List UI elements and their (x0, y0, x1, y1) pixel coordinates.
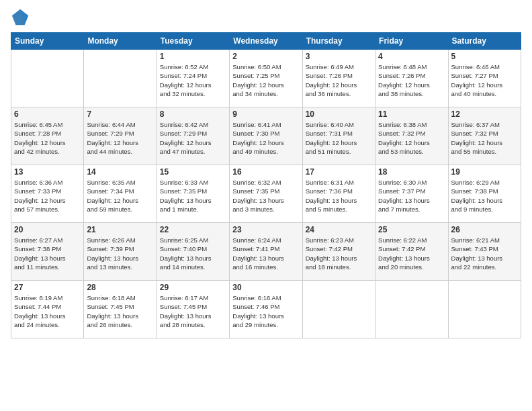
week-row-1: 1Sunrise: 6:52 AM Sunset: 7:24 PM Daylig… (11, 50, 521, 107)
day-info: Sunrise: 6:50 AM Sunset: 7:25 PM Dayligh… (232, 62, 299, 98)
day-number: 8 (160, 109, 226, 119)
day-number: 13 (14, 167, 81, 177)
weekday-header-saturday: Saturday (448, 33, 521, 50)
day-cell: 8Sunrise: 6:42 AM Sunset: 7:29 PM Daylig… (157, 107, 229, 165)
day-number: 22 (160, 225, 226, 234)
day-number: 20 (14, 225, 81, 234)
day-number: 4 (378, 52, 445, 61)
day-number: 28 (87, 283, 153, 292)
day-cell: 6Sunrise: 6:45 AM Sunset: 7:28 PM Daylig… (11, 107, 84, 165)
day-info: Sunrise: 6:26 AM Sunset: 7:39 PM Dayligh… (87, 236, 153, 271)
day-cell: 4Sunrise: 6:48 AM Sunset: 7:26 PM Daylig… (375, 50, 448, 107)
day-number: 17 (306, 167, 372, 177)
day-cell: 24Sunrise: 6:23 AM Sunset: 7:42 PM Dayli… (302, 223, 375, 281)
day-info: Sunrise: 6:52 AM Sunset: 7:24 PM Dayligh… (160, 62, 226, 98)
day-info: Sunrise: 6:21 AM Sunset: 7:43 PM Dayligh… (451, 236, 518, 271)
day-number: 19 (451, 167, 518, 177)
day-cell: 26Sunrise: 6:21 AM Sunset: 7:43 PM Dayli… (448, 223, 521, 281)
day-cell: 25Sunrise: 6:22 AM Sunset: 7:42 PM Dayli… (375, 223, 448, 281)
day-number: 11 (378, 109, 445, 119)
logo-icon (11, 8, 30, 27)
calendar-table: SundayMondayTuesdayWednesdayThursdayFrid… (11, 32, 521, 338)
day-number: 30 (232, 283, 299, 292)
day-number: 29 (160, 283, 226, 292)
day-info: Sunrise: 6:40 AM Sunset: 7:31 PM Dayligh… (306, 120, 372, 156)
day-info: Sunrise: 6:22 AM Sunset: 7:42 PM Dayligh… (378, 236, 445, 271)
weekday-header-monday: Monday (84, 33, 157, 50)
day-info: Sunrise: 6:29 AM Sunset: 7:38 PM Dayligh… (451, 178, 518, 214)
day-cell: 28Sunrise: 6:18 AM Sunset: 7:45 PM Dayli… (84, 281, 157, 338)
day-cell: 11Sunrise: 6:38 AM Sunset: 7:32 PM Dayli… (375, 107, 448, 165)
day-number: 24 (306, 225, 372, 234)
day-cell: 13Sunrise: 6:36 AM Sunset: 7:33 PM Dayli… (11, 165, 84, 223)
day-number: 5 (451, 52, 518, 61)
day-cell: 29Sunrise: 6:17 AM Sunset: 7:45 PM Dayli… (157, 281, 229, 338)
day-cell: 15Sunrise: 6:33 AM Sunset: 7:35 PM Dayli… (157, 165, 229, 223)
day-info: Sunrise: 6:45 AM Sunset: 7:28 PM Dayligh… (14, 120, 81, 156)
day-number: 1 (160, 52, 226, 61)
weekday-header-thursday: Thursday (302, 33, 375, 50)
day-cell: 27Sunrise: 6:19 AM Sunset: 7:44 PM Dayli… (11, 281, 84, 338)
day-cell: 2Sunrise: 6:50 AM Sunset: 7:25 PM Daylig… (230, 50, 302, 107)
day-cell (302, 281, 375, 338)
day-number: 23 (232, 225, 299, 234)
day-info: Sunrise: 6:23 AM Sunset: 7:42 PM Dayligh… (306, 236, 372, 271)
day-number: 3 (306, 52, 372, 61)
weekday-header-tuesday: Tuesday (157, 33, 229, 50)
day-info: Sunrise: 6:33 AM Sunset: 7:35 PM Dayligh… (160, 178, 226, 214)
week-row-5: 27Sunrise: 6:19 AM Sunset: 7:44 PM Dayli… (11, 281, 521, 338)
day-number: 15 (160, 167, 226, 177)
day-info: Sunrise: 6:18 AM Sunset: 7:45 PM Dayligh… (87, 293, 153, 329)
day-info: Sunrise: 6:35 AM Sunset: 7:34 PM Dayligh… (87, 178, 153, 214)
day-cell: 23Sunrise: 6:24 AM Sunset: 7:41 PM Dayli… (230, 223, 302, 281)
day-cell: 21Sunrise: 6:26 AM Sunset: 7:39 PM Dayli… (84, 223, 157, 281)
logo (11, 8, 32, 27)
day-number: 18 (378, 167, 445, 177)
day-cell (11, 50, 84, 107)
day-number: 21 (87, 225, 153, 234)
day-info: Sunrise: 6:49 AM Sunset: 7:26 PM Dayligh… (306, 62, 372, 98)
week-row-2: 6Sunrise: 6:45 AM Sunset: 7:28 PM Daylig… (11, 107, 521, 165)
header (11, 8, 521, 27)
day-number: 14 (87, 167, 153, 177)
day-number: 12 (451, 109, 518, 119)
day-info: Sunrise: 6:24 AM Sunset: 7:41 PM Dayligh… (232, 236, 299, 271)
day-info: Sunrise: 6:32 AM Sunset: 7:35 PM Dayligh… (232, 178, 299, 214)
day-info: Sunrise: 6:31 AM Sunset: 7:36 PM Dayligh… (306, 178, 372, 214)
weekday-header-friday: Friday (375, 33, 448, 50)
day-cell: 9Sunrise: 6:41 AM Sunset: 7:30 PM Daylig… (230, 107, 302, 165)
day-number: 27 (14, 283, 81, 292)
day-number: 10 (306, 109, 372, 119)
day-cell: 22Sunrise: 6:25 AM Sunset: 7:40 PM Dayli… (157, 223, 229, 281)
day-info: Sunrise: 6:27 AM Sunset: 7:38 PM Dayligh… (14, 236, 81, 271)
day-cell: 5Sunrise: 6:46 AM Sunset: 7:27 PM Daylig… (448, 50, 521, 107)
day-info: Sunrise: 6:36 AM Sunset: 7:33 PM Dayligh… (14, 178, 81, 214)
day-number: 16 (232, 167, 299, 177)
day-cell: 1Sunrise: 6:52 AM Sunset: 7:24 PM Daylig… (157, 50, 229, 107)
day-info: Sunrise: 6:38 AM Sunset: 7:32 PM Dayligh… (378, 120, 445, 156)
day-cell: 7Sunrise: 6:44 AM Sunset: 7:29 PM Daylig… (84, 107, 157, 165)
day-cell (448, 281, 521, 338)
day-cell: 19Sunrise: 6:29 AM Sunset: 7:38 PM Dayli… (448, 165, 521, 223)
day-number: 6 (14, 109, 81, 119)
day-number: 26 (451, 225, 518, 234)
day-number: 7 (87, 109, 153, 119)
day-info: Sunrise: 6:25 AM Sunset: 7:40 PM Dayligh… (160, 236, 226, 271)
day-cell (84, 50, 157, 107)
week-row-3: 13Sunrise: 6:36 AM Sunset: 7:33 PM Dayli… (11, 165, 521, 223)
day-info: Sunrise: 6:19 AM Sunset: 7:44 PM Dayligh… (14, 293, 81, 329)
day-number: 25 (378, 225, 445, 234)
weekday-header-row: SundayMondayTuesdayWednesdayThursdayFrid… (11, 33, 521, 50)
weekday-header-wednesday: Wednesday (230, 33, 302, 50)
day-info: Sunrise: 6:16 AM Sunset: 7:46 PM Dayligh… (232, 293, 299, 329)
day-cell (375, 281, 448, 338)
day-info: Sunrise: 6:41 AM Sunset: 7:30 PM Dayligh… (232, 120, 299, 156)
day-cell: 3Sunrise: 6:49 AM Sunset: 7:26 PM Daylig… (302, 50, 375, 107)
day-cell: 14Sunrise: 6:35 AM Sunset: 7:34 PM Dayli… (84, 165, 157, 223)
day-cell: 10Sunrise: 6:40 AM Sunset: 7:31 PM Dayli… (302, 107, 375, 165)
weekday-header-sunday: Sunday (11, 33, 84, 50)
day-info: Sunrise: 6:30 AM Sunset: 7:37 PM Dayligh… (378, 178, 445, 214)
day-info: Sunrise: 6:48 AM Sunset: 7:26 PM Dayligh… (378, 62, 445, 98)
day-number: 2 (232, 52, 299, 61)
day-info: Sunrise: 6:37 AM Sunset: 7:32 PM Dayligh… (451, 120, 518, 156)
